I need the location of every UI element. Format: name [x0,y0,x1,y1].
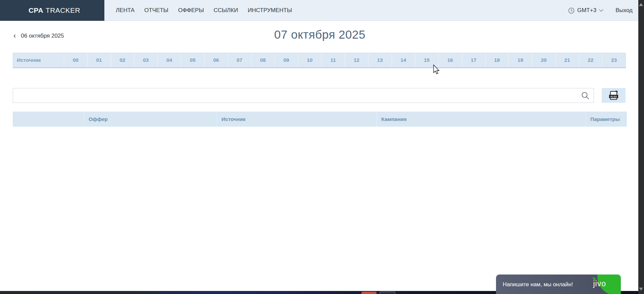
hour-cell-08: 08 [251,53,275,67]
timezone-label: GMT+3 [577,7,596,14]
column-header-blank [13,112,84,127]
header-right: GMT+3 Выход [568,0,633,21]
hour-cell-22: 22 [579,53,602,67]
hours-header-row: Источник 0001020304050607080910111213141… [13,53,626,68]
column-header-source: Источник [217,112,377,127]
hour-cell-06: 06 [204,53,228,67]
hour-cell-23: 23 [602,53,626,67]
hour-cell-09: 09 [275,53,298,67]
hour-cell-01: 01 [87,53,111,67]
search-input[interactable] [13,88,594,102]
chat-widget[interactable]: Напишите нам, мы онлайн! jivo [496,275,621,294]
column-header-campaign: Кампания [377,112,586,127]
hour-cell-14: 14 [392,53,415,67]
timezone-select[interactable]: GMT+3 [568,7,603,14]
hour-cell-10: 10 [298,53,321,67]
hour-cell-00: 00 [64,53,87,67]
search-bar [13,88,594,103]
column-header-params: Параметры [586,112,627,127]
nav-item-lenta[interactable]: ЛЕНТА [116,7,135,14]
app-logo-rest: TRACKER [46,6,80,14]
chat-message: Напишите нам, мы онлайн! [503,275,573,294]
source-column-header: Источник [13,53,64,67]
export-xlsx-button[interactable]: XLSX [602,88,626,103]
search-icon[interactable] [581,91,590,100]
nav-item-ssylki[interactable]: ССЫЛКИ [213,7,238,14]
hour-cell-15: 15 [415,53,438,67]
hour-cell-12: 12 [345,53,368,67]
vertical-scrollbar[interactable] [638,0,644,294]
column-header-offer: Оффер [84,112,217,127]
chevron-down-icon [599,9,603,12]
results-header-row: ОфферИсточникКампанияПараметры [13,112,627,127]
hour-cell-17: 17 [462,53,485,67]
scroll-up-button[interactable] [639,3,643,6]
clock-icon [568,7,575,14]
footer-button-outline-peek[interactable] [380,292,395,294]
hour-cell-18: 18 [485,53,509,67]
hour-cell-13: 13 [368,53,392,67]
footer-button-red-peek[interactable] [361,292,377,294]
page-title: 07 октября 2025 [0,28,640,41]
hour-cell-16: 16 [438,53,462,67]
app-header: CPA TRACKER ЛЕНТАОТЧЕТЫОФФЕРЫССЫЛКИИНСТР… [0,0,644,21]
app-logo[interactable]: CPA TRACKER [0,0,104,21]
hour-cell-02: 02 [111,53,134,67]
hour-cell-19: 19 [508,53,532,67]
xlsx-file-icon: XLSX [610,91,617,100]
hour-cell-11: 11 [321,53,345,67]
main-nav: ЛЕНТАОТЧЕТЫОФФЕРЫССЫЛКИИНСТРУМЕНТЫ [116,0,292,21]
hour-cell-03: 03 [134,53,157,67]
hour-cell-20: 20 [532,53,555,67]
xlsx-file-label: XLSX [609,95,618,98]
jivo-logo-text: jivo [593,279,606,288]
nav-item-otchety[interactable]: ОТЧЕТЫ [144,7,168,14]
jivo-logo: jivo [593,279,606,288]
hour-cell-21: 21 [555,53,579,67]
hour-cell-05: 05 [181,53,204,67]
scroll-down-button[interactable] [639,288,643,291]
nav-item-instrumenty[interactable]: ИНСТРУМЕНТЫ [248,7,292,14]
logout-link[interactable]: Выход [615,7,633,14]
hour-cell-07: 07 [228,53,251,67]
hour-cell-04: 04 [157,53,181,67]
nav-item-offery[interactable]: ОФФЕРЫ [178,7,204,14]
app-logo-bold: CPA [29,6,43,14]
